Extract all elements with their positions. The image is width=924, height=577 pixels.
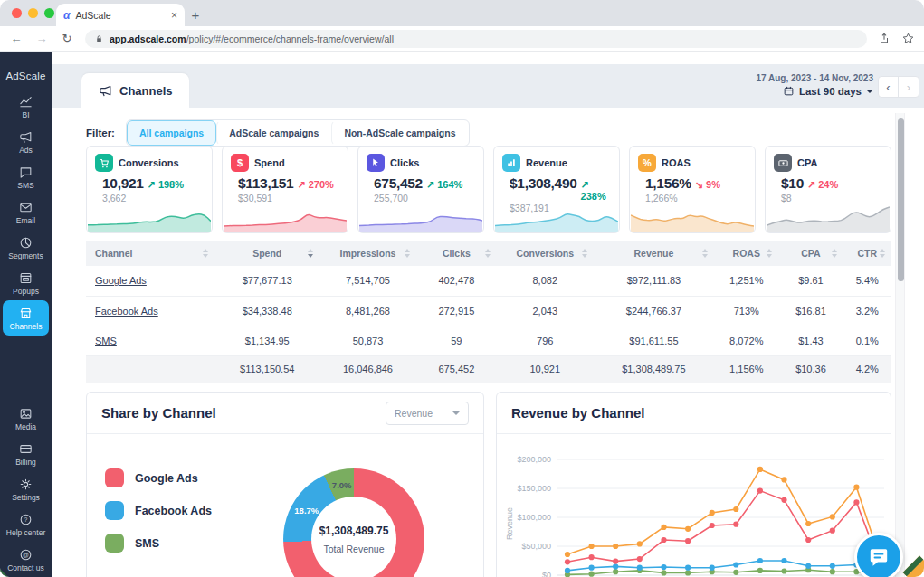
sidebar-item-contact[interactable]: @Contact us [3, 542, 49, 577]
kpi-card-revenue[interactable]: Revenue $1,308,490 ↗ 238% $387,191 [493, 146, 620, 233]
table-cell: $16.81 [778, 296, 843, 326]
legend-item-sms[interactable]: SMS [105, 534, 212, 553]
scrollbar-track[interactable] [895, 113, 905, 577]
address-bar[interactable]: app.adscale.com/policy/#/ecommerce/chann… [85, 30, 867, 48]
sidebar-item-sms[interactable]: SMS [3, 159, 49, 194]
svg-text:$100,000: $100,000 [517, 513, 551, 522]
kpi-card-cpa[interactable]: CPA $10 ↗ 24% $8 [765, 146, 891, 233]
channel-link[interactable]: Facebook Ads [95, 306, 158, 317]
pie-icon [18, 235, 33, 251]
table-cell: $34,338.48 [214, 296, 319, 326]
column-header-ctr[interactable]: CTR [843, 241, 891, 266]
column-header-revenue[interactable]: Revenue [594, 241, 715, 266]
tab-title: AdScale [75, 10, 166, 21]
gear-icon [18, 477, 33, 492]
sidebar-item-bi[interactable]: BI [3, 89, 49, 124]
total-cell [86, 355, 214, 383]
sort-icon[interactable] [702, 249, 708, 258]
total-cell: 10,921 [497, 355, 594, 383]
sidebar-item-ads[interactable]: Ads [3, 124, 49, 159]
table-cell: 8,072% [714, 326, 778, 355]
column-header-roas[interactable]: ROAS [714, 241, 778, 266]
table-row: Facebook Ads$34,338.488,481,268272,9152,… [86, 296, 891, 326]
scrollbar-thumb[interactable] [898, 118, 904, 281]
sort-icon[interactable] [203, 249, 208, 258]
tab-channels[interactable]: Channels [81, 73, 189, 108]
table-cell: 7,514,705 [319, 266, 416, 296]
kpi-value: 1,156% [645, 175, 691, 192]
kpi-trend: ↘ 9% [695, 179, 720, 191]
sidebar-item-media[interactable]: Media [3, 401, 49, 436]
svg-text:$0: $0 [542, 571, 551, 577]
metric-selector-dropdown[interactable]: Revenue [386, 402, 469, 425]
forward-icon[interactable]: → [34, 32, 49, 45]
sidebar-item-label: Segments [8, 251, 43, 260]
column-header-conversions[interactable]: Conversions [497, 241, 594, 266]
svg-text:$150,000: $150,000 [517, 484, 551, 493]
sort-icon[interactable] [582, 249, 587, 258]
sidebar-item-label: Email [16, 216, 35, 225]
window-controls[interactable] [12, 8, 54, 18]
sidebar-item-channels[interactable]: Channels [3, 300, 49, 336]
column-header-channel[interactable]: Channel [86, 241, 214, 266]
back-icon[interactable]: ← [9, 32, 24, 45]
zoom-window-button [44, 8, 54, 18]
total-cell: $10.36 [778, 355, 843, 383]
revenue-line-chart: $0$50,000$100,000$150,000$200,000Revenue… [500, 438, 890, 577]
column-header-impressions[interactable]: Impressions [319, 241, 416, 266]
sidebar-item-settings[interactable]: Settings [3, 471, 49, 506]
sort-icon[interactable] [832, 249, 837, 258]
tab-close-icon[interactable]: × [171, 9, 177, 22]
share-icon[interactable] [878, 32, 891, 45]
table-total-row: $113,150.5416,046,846675,45210,921$1,308… [86, 355, 891, 383]
channel-link[interactable]: SMS [95, 336, 117, 346]
sidebar-item-segments[interactable]: Segments [3, 230, 49, 265]
date-preset-dropdown[interactable]: Last 90 days [756, 85, 873, 97]
channel-link[interactable]: Google Ads [95, 275, 147, 286]
svg-text:?: ? [24, 516, 28, 522]
sidebar-item-popups[interactable]: Popups [3, 265, 49, 300]
sort-icon[interactable] [405, 249, 410, 258]
sort-icon[interactable] [308, 249, 313, 258]
browser-tab[interactable]: α AdScale × [56, 4, 185, 26]
total-cell: 16,046,846 [319, 355, 416, 383]
sidebar-item-help[interactable]: ?Help center [3, 506, 49, 542]
legend-label: SMS [135, 537, 159, 550]
new-tab-button[interactable]: + [185, 4, 206, 26]
table-header-row: ChannelSpendImpressionsClicksConversions… [86, 241, 891, 266]
sort-icon[interactable] [767, 249, 772, 258]
kpi-card-spend[interactable]: $ Spend $113,151 ↗ 270% $30,591 [222, 146, 348, 233]
prev-period-button[interactable]: ‹ [879, 77, 899, 97]
share-by-channel-title: Share by Channel [101, 405, 216, 421]
sort-icon[interactable] [485, 249, 491, 258]
kpi-trend: ↗ 164% [426, 179, 462, 191]
sidebar-item-email[interactable]: Email [3, 194, 49, 230]
adscale-favicon: α [63, 9, 70, 22]
chat-widget-button[interactable] [854, 533, 903, 577]
bookmark-star-icon[interactable] [901, 32, 915, 45]
adscale-logo: AdScale [0, 71, 52, 81]
cart-icon [95, 154, 113, 172]
storefront-icon [18, 306, 33, 321]
legend-item-facebook-ads[interactable]: Facebook Ads [105, 501, 212, 520]
column-header-clicks[interactable]: Clicks [416, 241, 497, 266]
column-header-cpa[interactable]: CPA [778, 241, 843, 266]
percent-icon: % [638, 154, 656, 172]
chart-line-icon [18, 94, 33, 109]
filter-all-campaigns[interactable]: All campaigns [127, 120, 216, 146]
next-period-button[interactable]: › [899, 77, 919, 97]
filter-non-adscale-campaigns[interactable]: Non-AdScale campaigns [331, 120, 468, 146]
date-controls: 17 Aug, 2023 - 14 Nov, 2023 Last 90 days [756, 73, 873, 97]
kpi-card-roas[interactable]: % ROAS 1,156% ↘ 9% 1,266% [629, 146, 756, 233]
legend-item-google-ads[interactable]: Google Ads [105, 468, 212, 487]
sidebar-item-label: Billing [15, 458, 36, 467]
column-header-spend[interactable]: Spend [214, 241, 319, 266]
sort-icon[interactable] [880, 249, 885, 258]
kpi-card-clicks[interactable]: Clicks 675,452 ↗ 164% 255,700 [357, 146, 484, 233]
kpi-card-conversions[interactable]: Conversions 10,921 ↗ 198% 3,662 [86, 146, 213, 233]
reload-icon[interactable]: ↻ [60, 32, 74, 45]
share-donut-chart: $1,308,489.75 Total Revenue 18.7%7.0% [283, 468, 424, 577]
sidebar-item-billing[interactable]: Billing [3, 436, 49, 471]
filter-adscale-campaigns[interactable]: AdScale campaigns [216, 120, 331, 146]
close-window-button [12, 8, 22, 18]
